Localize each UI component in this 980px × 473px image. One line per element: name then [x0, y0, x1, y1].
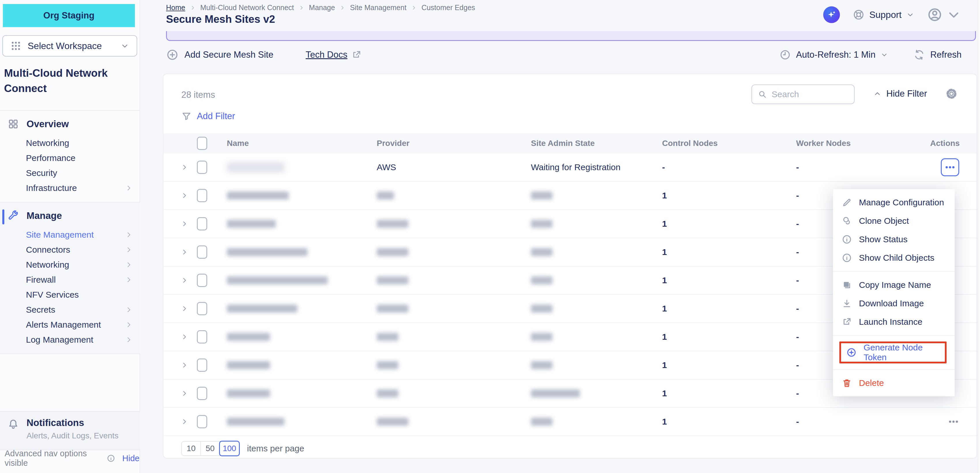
page-title: Secure Mesh Sites v2: [166, 13, 275, 25]
sidebar-item-alerts-management[interactable]: Alerts Management: [0, 317, 140, 332]
row-checkbox[interactable]: [197, 358, 207, 372]
advanced-nav-text: Advanced nav options visible: [5, 449, 103, 468]
expand-row-icon[interactable]: [181, 362, 188, 369]
row-checkbox[interactable]: [197, 302, 207, 315]
scrollbar-gutter[interactable]: [978, 0, 980, 473]
expand-row-icon[interactable]: [181, 305, 188, 312]
ai-assistant-button[interactable]: [823, 6, 840, 23]
sidebar-item-firewall[interactable]: Firewall: [0, 272, 140, 287]
clone-icon: [842, 216, 852, 226]
avatar-icon: [927, 7, 943, 22]
expand-row-icon[interactable]: [181, 192, 188, 199]
menu-item-delete[interactable]: Delete: [833, 374, 955, 392]
menu-item-manage-configuration[interactable]: Manage Configuration: [833, 193, 955, 212]
org-banner[interactable]: Org Staging: [3, 4, 135, 27]
expand-row-icon[interactable]: [181, 277, 188, 284]
bell-icon: [8, 419, 19, 430]
search-input[interactable]: [772, 89, 848, 99]
sidebar-item-connectors[interactable]: Connectors: [0, 242, 140, 257]
cell-provider: AWS: [377, 162, 531, 172]
sidebar-item-log-management[interactable]: Log Management: [0, 332, 140, 347]
gear-icon[interactable]: [945, 88, 958, 100]
cell-provider: [377, 417, 531, 426]
sidebar-item-networking[interactable]: Networking: [0, 257, 140, 272]
redacted-name: [227, 162, 285, 172]
info-icon: [842, 253, 852, 263]
account-menu[interactable]: [927, 7, 962, 22]
items-per-page-label: items per page: [247, 444, 304, 453]
menu-item-generate-node-token[interactable]: Generate Node Token: [839, 341, 947, 363]
row-actions-button-active[interactable]: [941, 158, 959, 176]
launch-icon: [842, 317, 852, 327]
menu-item-download-image[interactable]: Download Image: [833, 294, 955, 313]
page-size-100[interactable]: 100: [219, 441, 240, 456]
select-all-checkbox[interactable]: [197, 137, 207, 150]
sidebar-item-site-management[interactable]: Site Management: [0, 227, 140, 242]
add-filter-button[interactable]: Add Filter: [181, 111, 235, 121]
add-secure-mesh-site-button[interactable]: Add Secure Mesh Site: [166, 48, 273, 61]
menu-item-launch-instance[interactable]: Launch Instance: [833, 313, 955, 331]
breadcrumb-item[interactable]: Customer Edges: [422, 3, 475, 12]
notifications-title: Notifications: [27, 417, 118, 428]
menu-item-copy-image-name[interactable]: Copy Image Name: [833, 276, 955, 294]
menu-group: Manage ConfigurationClone ObjectShow Sta…: [833, 189, 955, 271]
menu-item-clone-object[interactable]: Clone Object: [833, 212, 955, 230]
chevron-down-icon: [946, 7, 962, 22]
expand-row-icon[interactable]: [181, 418, 188, 425]
expand-row-icon[interactable]: [181, 220, 188, 228]
expand-row-icon[interactable]: [181, 164, 188, 171]
page-size-10[interactable]: 10: [182, 441, 201, 455]
lifebuoy-icon: [853, 9, 865, 21]
tech-docs-link[interactable]: Tech Docs: [305, 49, 362, 60]
tech-docs-label: Tech Docs: [305, 49, 347, 60]
support-menu[interactable]: Support: [853, 9, 914, 21]
row-checkbox[interactable]: [197, 189, 207, 202]
chevron-right-icon: [125, 306, 133, 314]
nav-item-label: Infrastructure: [26, 183, 77, 193]
expand-row-icon[interactable]: [181, 390, 188, 397]
row-checkbox[interactable]: [197, 387, 207, 400]
row-checkbox[interactable]: [197, 217, 207, 231]
breadcrumb-item[interactable]: Manage: [309, 3, 335, 12]
checkbox-cell: [197, 217, 227, 231]
page-size-50[interactable]: 50: [201, 441, 220, 455]
redacted-name: [227, 417, 285, 426]
cell-control-nodes: 1: [662, 360, 796, 370]
expand-row-icon[interactable]: [181, 333, 188, 341]
row-actions-button[interactable]: [948, 416, 959, 427]
row-checkbox[interactable]: [197, 274, 207, 287]
col-site-admin-state: Site Admin State: [531, 139, 662, 148]
breadcrumb-item[interactable]: Site Management: [350, 3, 406, 12]
breadcrumb-item[interactable]: Home: [166, 3, 185, 12]
row-checkbox[interactable]: [197, 415, 207, 428]
clock-icon: [780, 49, 791, 61]
redacted-provider: [377, 361, 398, 369]
menu-item-show-child-objects[interactable]: Show Child Objects: [833, 248, 955, 267]
menu-item-show-status[interactable]: Show Status: [833, 230, 955, 248]
nav-section-title-manage[interactable]: Manage: [0, 208, 140, 224]
sidebar-item-performance[interactable]: Performance: [0, 151, 140, 166]
breadcrumb-item[interactable]: Multi-Cloud Network Connect: [200, 3, 294, 12]
row-checkbox[interactable]: [197, 330, 207, 344]
sidebar-item-notifications[interactable]: Notifications Alerts, Audit Logs, Events: [0, 411, 140, 450]
row-checkbox[interactable]: [197, 161, 207, 174]
auto-refresh-dropdown[interactable]: Auto-Refresh: 1 Min: [780, 49, 888, 61]
sidebar-item-security[interactable]: Security: [0, 166, 140, 180]
sidebar-item-secrets[interactable]: Secrets: [0, 302, 140, 317]
nav-section-title-overview[interactable]: Overview: [0, 116, 140, 132]
workspace-selector[interactable]: Select Workspace: [2, 35, 137, 57]
sidebar-item-networking[interactable]: Networking: [0, 135, 140, 151]
hide-advanced-nav-link[interactable]: Hide: [122, 454, 140, 463]
refresh-button[interactable]: Refresh: [913, 49, 962, 61]
cell-site-admin-state: Waiting for Registration: [531, 162, 662, 172]
redacted-provider: [377, 389, 398, 397]
expand-row-icon[interactable]: [181, 248, 188, 256]
redacted-state: [531, 248, 552, 256]
auto-refresh-label: Auto-Refresh: 1 Min: [796, 49, 876, 60]
sidebar-item-nfv-services[interactable]: NFV Services: [0, 287, 140, 302]
chevron-down-icon: [121, 41, 129, 50]
sidebar-item-infrastructure[interactable]: Infrastructure: [0, 180, 140, 196]
row-checkbox[interactable]: [197, 245, 207, 259]
refresh-label: Refresh: [930, 49, 962, 60]
hide-filter-toggle[interactable]: Hide Filter: [873, 89, 927, 99]
